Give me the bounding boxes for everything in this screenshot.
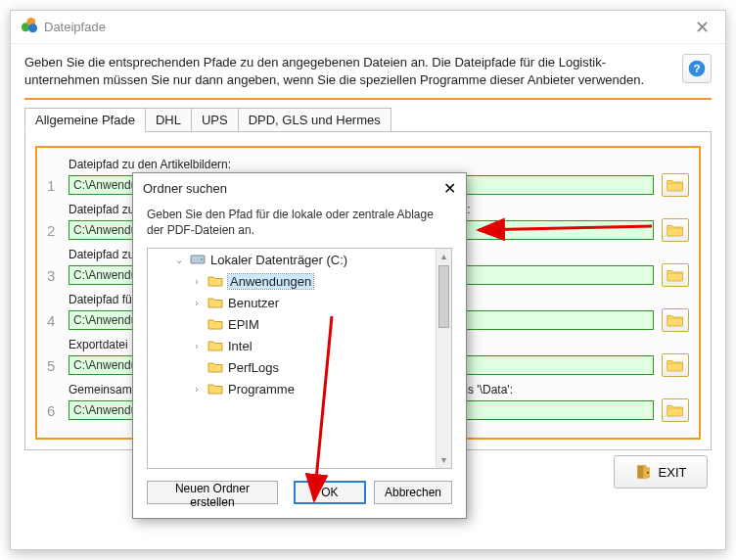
chevron-icon[interactable]: ⌄ (171, 255, 187, 265)
svg-text:?: ? (693, 62, 700, 74)
tree-item[interactable]: ›Benutzer (148, 292, 436, 313)
folder-tree[interactable]: ›Desktop›Dokumente›Downloads›Musik›Video… (147, 248, 452, 469)
row-number: 2 (47, 222, 67, 239)
tree-item[interactable]: PerfLogs (148, 356, 436, 378)
folder-icon (207, 380, 224, 397)
row-number: 6 (47, 402, 67, 419)
scroll-thumb[interactable] (438, 265, 449, 328)
chevron-icon[interactable]: › (189, 276, 205, 287)
tree-item-label: EPIM (228, 317, 259, 332)
tree-item-label: Anwendungen (228, 274, 313, 289)
chevron-icon[interactable]: › (189, 341, 205, 351)
folder-icon (207, 272, 224, 290)
chevron-icon[interactable]: › (189, 384, 205, 395)
browse-button[interactable] (662, 308, 689, 332)
intro-text: Geben Sie die entsprechenden Pfade zu de… (24, 54, 674, 88)
ok-button[interactable]: OK (294, 481, 366, 504)
svg-point-6 (646, 472, 648, 474)
tree-item[interactable]: ›Intel (148, 335, 436, 356)
dialog-title: Ordner suchen (143, 181, 227, 196)
folder-icon (207, 358, 224, 376)
tab-dpd-gls-und-hermes[interactable]: DPD, GLS und Hermes (238, 108, 391, 132)
dialog-description: Geben Sie den Pfad für die lokale oder z… (133, 203, 466, 248)
browse-button[interactable] (662, 353, 689, 377)
dialog-close-icon[interactable]: ✕ (443, 179, 456, 198)
tree-item-label: PerfLogs (228, 360, 279, 375)
cancel-button[interactable]: Abbrechen (374, 481, 452, 504)
chevron-icon[interactable]: › (189, 298, 205, 308)
folder-browse-dialog: Ordner suchen ✕ Geben Sie den Pfad für d… (132, 172, 467, 519)
browse-button[interactable] (662, 218, 689, 242)
new-folder-button[interactable]: Neuen Ordner erstellen (147, 481, 278, 504)
scroll-up-icon[interactable]: ▴ (437, 249, 451, 264)
svg-point-2 (28, 23, 37, 32)
tree-item-label: Lokaler Datenträger (C:) (210, 253, 347, 267)
divider (24, 98, 712, 100)
close-icon[interactable]: ✕ (689, 15, 715, 40)
tab-ups[interactable]: UPS (191, 108, 239, 132)
row-number: 1 (47, 177, 67, 194)
browse-button[interactable] (662, 173, 689, 197)
tree-item-label: Benutzer (228, 296, 279, 310)
tab-dhl[interactable]: DHL (145, 108, 192, 132)
scroll-down-icon[interactable]: ▾ (437, 452, 451, 468)
folder-icon (207, 337, 224, 354)
tree-item-label: Intel (228, 339, 253, 353)
exit-button[interactable]: EXIT (614, 455, 708, 489)
help-button[interactable]: ? (682, 54, 712, 83)
tree-item[interactable]: EPIM (148, 313, 436, 335)
field-label: Dateipfad zu den Artikelbildern: (69, 158, 681, 171)
drive-icon (189, 251, 207, 268)
folder-icon (207, 294, 224, 311)
browse-button[interactable] (662, 263, 689, 287)
tree-item[interactable]: ›Anwendungen (148, 270, 436, 292)
row-number: 3 (47, 267, 67, 284)
app-icon (21, 17, 38, 37)
row-number: 5 (47, 357, 67, 374)
svg-point-18 (201, 258, 203, 260)
window-title: Dateipfade (44, 20, 106, 34)
tree-item[interactable]: ⌄Lokaler Datenträger (C:) (148, 249, 436, 270)
scrollbar[interactable]: ▴ ▾ (436, 249, 451, 468)
row-number: 4 (47, 312, 67, 329)
tab-allgemeine-pfade[interactable]: Allgemeine Pfade (24, 108, 146, 132)
tree-item[interactable]: ›Programme (148, 378, 436, 399)
folder-icon (207, 315, 224, 333)
tree-item-label: Programme (228, 382, 295, 397)
exit-label: EXIT (659, 465, 687, 480)
browse-button[interactable] (662, 398, 689, 422)
